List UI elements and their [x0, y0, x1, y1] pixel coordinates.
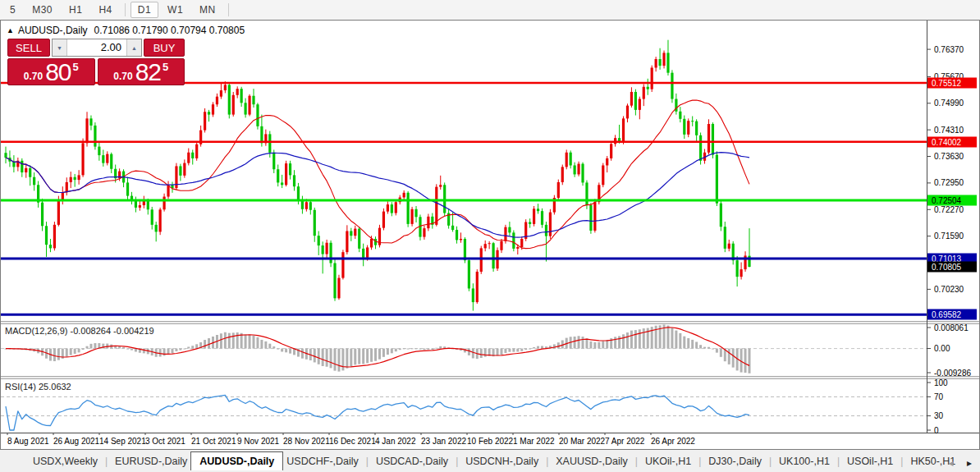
date-tick-label: 21 Oct 2021 [191, 437, 236, 446]
macd-histogram-bar [634, 330, 637, 348]
chart-tab-eurusd-daily[interactable]: EURUSD-,Daily [112, 453, 190, 470]
timeframe-button-mn[interactable]: MN [192, 2, 223, 18]
candle-body [634, 92, 637, 110]
macd-histogram-bar [66, 349, 68, 357]
candle-body [139, 205, 141, 208]
macd-histogram-bar [195, 344, 198, 348]
candle-body [62, 192, 64, 199]
macd-histogram-bar [537, 346, 539, 349]
chart-tab-usdcnh-daily[interactable]: USDCNH-,Daily [462, 453, 542, 470]
macd-histogram-bar [249, 335, 251, 349]
buy-price-button[interactable]: 0.70 82 5 [98, 58, 185, 85]
volume-input[interactable]: 2.00 [67, 39, 126, 56]
macd-histogram-bar [516, 349, 519, 352]
macd-histogram-bar [679, 333, 681, 349]
chart-tab-xauusd-daily[interactable]: XAUUSD-,Daily [552, 453, 631, 470]
macd-histogram-bar [245, 334, 247, 348]
date-tick-label: 14 Sep 2021 [99, 437, 146, 446]
chart-tab-usdchf-daily[interactable]: USDCHF-,Daily [283, 453, 362, 470]
candle-body [216, 97, 218, 105]
macd-histogram-bar [501, 349, 503, 355]
buy-button[interactable]: BUY [144, 39, 185, 57]
candle-body [712, 124, 714, 155]
date-tick-label: 23 Jan 2022 [421, 437, 466, 446]
candle-body [472, 288, 474, 302]
macd-histogram-bar [362, 349, 364, 364]
candle-body [443, 185, 446, 213]
candle-body [655, 59, 657, 67]
candle-body [716, 155, 718, 204]
timeframe-button-m30[interactable]: M30 [25, 2, 60, 18]
macd-histogram-bar [574, 337, 576, 349]
timeframe-button-5[interactable]: 5 [2, 2, 23, 18]
macd-histogram-bar [683, 337, 685, 349]
macd-tick-label: 0.008061 [934, 323, 969, 332]
candle-body [110, 154, 112, 169]
macd-histogram-bar [122, 347, 125, 349]
macd-histogram-bar [419, 349, 421, 350]
chart-tab-usoil-h1[interactable]: USOil-,H1 [844, 453, 896, 470]
chart-symbol-label: AUDUSD-,Daily [18, 25, 88, 36]
chart-ohlc-values: 0.71086 0.71790 0.70794 0.70805 [94, 25, 245, 36]
sell-button[interactable]: SELL [7, 39, 50, 57]
macd-histogram-bar [370, 349, 373, 362]
timeframe-button-h4[interactable]: H4 [91, 2, 119, 18]
chart-tab-usdx-weekly[interactable]: USDX,Weekly [30, 453, 101, 470]
macd-histogram-bar [86, 346, 89, 349]
macd-histogram-bar [159, 349, 162, 357]
candle-body [333, 263, 336, 298]
candle-body [21, 161, 23, 172]
candle-body [159, 209, 162, 231]
macd-histogram-bar [175, 349, 177, 351]
price-tick-label: 0.71590 [934, 231, 964, 241]
sell-price-button[interactable]: 0.70 80 5 [7, 58, 95, 85]
macd-histogram-bar [622, 334, 625, 348]
candle-body [606, 158, 608, 166]
chart-tab-usdcad-daily[interactable]: USDCAD-,Daily [373, 453, 451, 470]
macd-histogram-bar [374, 349, 377, 361]
timeframe-button-d1[interactable]: D1 [131, 2, 158, 18]
macd-histogram-bar [512, 349, 515, 352]
macd-histogram-bar [468, 349, 470, 355]
candle-body [354, 229, 356, 236]
macd-histogram-bar [281, 349, 283, 352]
chart-tab-audusd-daily[interactable]: AUDUSD-,Daily [190, 451, 283, 470]
chart-tab-uk100-h1[interactable]: UK100-,H1 [776, 453, 833, 470]
collapse-icon[interactable]: ▲ [7, 26, 14, 34]
macd-histogram-bar [411, 348, 414, 349]
macd-histogram-bar [643, 328, 645, 348]
candle-body [89, 118, 92, 126]
tab-scroll-left-icon[interactable]: ◂ [948, 457, 953, 469]
timeframe-button-h1[interactable]: H1 [62, 2, 89, 18]
candle-body [407, 193, 410, 224]
macd-histogram-bar [289, 349, 291, 354]
macd-histogram-bar [228, 333, 231, 349]
candle-body [53, 225, 56, 249]
volume-increase-icon[interactable]: ▲ [126, 39, 141, 56]
price-level-badge-text: 0.69582 [932, 310, 962, 319]
candle-body [566, 153, 568, 167]
macd-histogram-bar [403, 348, 405, 349]
macd-histogram-bar [89, 344, 92, 349]
candle-body [29, 168, 31, 177]
candle-body [370, 239, 373, 247]
macd-tick-label: 0.00 [934, 344, 950, 353]
candle-body [362, 249, 364, 258]
macd-histogram-bar [167, 349, 170, 355]
macd-histogram-bar [728, 349, 730, 364]
candle-body [391, 204, 393, 213]
candle-body [577, 164, 579, 175]
macd-histogram-bar [524, 349, 527, 351]
chart-tab-ukoil-h1[interactable]: UKOil-,H1 [642, 453, 694, 470]
timeframe-button-w1[interactable]: W1 [160, 2, 190, 18]
macd-histogram-bar [391, 349, 393, 354]
candle-body [350, 231, 352, 236]
macd-histogram-bar [322, 349, 324, 366]
chart-tab-dj30-daily[interactable]: DJ30-,Daily [705, 453, 765, 470]
macd-histogram-bar [529, 349, 531, 350]
volume-decrease-icon[interactable]: ▼ [53, 39, 67, 56]
tab-scroll-right-icon[interactable]: ▸ [967, 457, 972, 469]
candle-body [326, 243, 328, 254]
macd-histogram-bar [53, 349, 56, 361]
macd-histogram-bar [541, 346, 543, 348]
